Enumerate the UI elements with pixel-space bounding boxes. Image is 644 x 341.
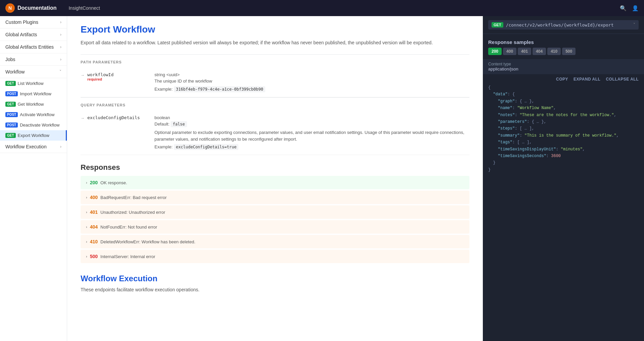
sidebar-item-jobs[interactable]: Jobs › [0,53,67,66]
chevron-right-icon: › [60,45,61,49]
status-tab-410[interactable]: 410 [547,48,561,55]
response-code: 404 [90,224,98,230]
response-text: Unauthorized: Unauthorized error [100,210,165,215]
response-code: 410 [90,239,98,244]
page-description: Export all data related to a workflow. L… [81,39,469,46]
chevron-icon: › [86,225,87,229]
sidebar-item-global-artifacts[interactable]: Global Artifacts › [0,29,67,41]
sidebar-item-label: Workflow Execution [5,144,47,149]
response-row-404[interactable]: › 404 NotFoundErr: Not found error [81,220,469,234]
collapse-all-button[interactable]: COLLAPSE ALL [606,77,639,82]
response-row-410[interactable]: › 410 DeletedWorkflowErr: Workflow has b… [81,235,469,248]
main-content: Export Workflow Export all data related … [67,16,483,341]
method-badge-get: GET [5,133,16,138]
param-example: Example: 316bf4eb-f979-4c4e-a1ce-0bf399c… [154,87,469,92]
query-params-label: QUERY PARAMETERS [81,97,469,110]
param-row-exclude-config: → excludeConfigDetails boolean Default: … [81,110,469,155]
param-row-workflow-id: → workflowId required string <uuid> The … [81,67,469,97]
sidebar-item-label: Jobs [5,57,15,62]
chevron-icon: › [86,240,87,244]
chevron-icon: › [86,254,87,258]
sidebar-item-export-workflow[interactable]: GET Export Workflow [0,130,67,141]
product-link[interactable]: InsightConnect [64,5,104,11]
json-line: "summary": "This is the summary of the w… [488,132,639,139]
response-row-500[interactable]: › 500 InternalServer: Internal error [81,250,469,263]
sidebar-item-label: Get Workflow [18,102,44,107]
response-text: DeletedWorkflowErr: Workflow has been de… [100,239,195,244]
status-tabs: 200 400 401 404 410 500 [483,48,644,59]
example-value: 316bf4eb-f979-4c4e-a1ce-0bf399cb0b90 [174,86,265,92]
sidebar-item-workflow-execution[interactable]: Workflow Execution › [0,141,67,153]
response-row-200[interactable]: › 200 OK response. [81,176,469,189]
chevron-right-icon: › [60,32,61,37]
expand-all-button[interactable]: EXPAND ALL [573,77,600,82]
chevron-icon: › [86,181,87,185]
response-code: 200 [90,180,98,185]
response-text: InternalServer: Internal error [100,254,155,259]
search-icon[interactable]: 🔍 [620,5,627,11]
response-text: BadRequestErr: Bad request error [100,195,167,200]
sidebar-item-deactivate-workflow[interactable]: POST Deactivate Workflow [0,120,67,130]
response-row-400[interactable]: › 400 BadRequestErr: Bad request error [81,191,469,204]
param-description: The unique ID of the workflow [154,78,469,85]
status-tab-200[interactable]: 200 [488,48,502,55]
response-code: 500 [90,254,98,259]
example-label: Example: [154,144,173,149]
json-line: "data": { [488,91,639,98]
sidebar-item-list-workflow[interactable]: GET List Workflow [0,78,67,89]
sidebar-item-label: Export Workflow [18,133,49,138]
responses-title: Responses [81,163,469,172]
page-title: Export Workflow [81,24,469,35]
method-badge-post: POST [5,91,18,96]
copy-button[interactable]: COPY [556,77,568,82]
sidebar-item-import-workflow[interactable]: POST Import Workflow [0,89,67,99]
content-type-label: Content type [488,62,639,66]
response-text: NotFoundErr: Not found error [100,225,157,230]
json-line: "tags": [ … ], [488,139,639,146]
code-actions: COPY EXPAND ALL COLLAPSE ALL [483,74,644,84]
endpoint-url: /connect/v2/workflows/{workflowId}/expor… [506,22,631,28]
content-type-value: application/json [488,66,639,71]
right-panel-header: GET /connect/v2/workflows/{workflowId}/e… [483,16,644,34]
expand-icon[interactable]: ˅ [633,22,635,27]
json-code-block: { "data": { "graph": { … }, "name": "Wor… [483,84,644,179]
param-example: Example: excludeConfigDetails=true [154,144,469,149]
user-icon[interactable]: 👤 [632,5,639,11]
param-required-label: required [87,77,154,81]
workflow-execution-title: Workflow Execution [81,274,469,283]
json-line: "timeSavingsSeconds": 3600 [488,153,639,159]
chevron-down-icon: ˅ [59,69,61,74]
method-badge-post: POST [5,123,18,128]
status-tab-400[interactable]: 400 [503,48,516,55]
sidebar: Custom Plugins › Global Artifacts › Glob… [0,16,67,341]
arrow-icon: → [81,73,85,92]
response-row-401[interactable]: › 401 Unauthorized: Unauthorized error [81,205,469,219]
default-label: Default: [154,121,170,127]
logo-text: Documentation [17,5,56,11]
sidebar-item-custom-plugins[interactable]: Custom Plugins › [0,16,67,29]
json-line: "timeSavingsDisplayUnit": "minutes", [488,146,639,153]
sidebar-item-label: Activate Workflow [20,112,54,117]
method-badge: GET [492,22,503,28]
sidebar-item-get-workflow[interactable]: GET Get Workflow [0,99,67,109]
sidebar-item-global-artifacts-entities[interactable]: Global Artifacts Entities › [0,41,67,53]
status-tab-401[interactable]: 401 [518,48,531,55]
chevron-right-icon: › [60,20,61,25]
chevron-icon: › [86,195,87,199]
sidebar-item-label: Workflow [5,69,25,75]
chevron-icon: › [86,210,87,214]
status-tab-404[interactable]: 404 [533,48,546,55]
param-description: Optional parameter to exclude exporting … [154,129,469,142]
example-label: Example: [154,87,173,92]
logo[interactable]: N Documentation [5,3,56,13]
arrow-icon: → [81,116,85,150]
param-name: workflowId [87,72,154,77]
status-tab-500[interactable]: 500 [562,48,576,55]
param-type: boolean [154,115,469,120]
sidebar-item-activate-workflow[interactable]: POST Activate Workflow [0,109,67,120]
sidebar-item-label: Global Artifacts Entities [5,44,54,50]
json-line: "graph": { … }, [488,98,639,105]
right-panel: GET /connect/v2/workflows/{workflowId}/e… [483,16,644,341]
sidebar-item-workflow[interactable]: Workflow ˅ [0,66,67,78]
default-value: false [171,121,187,127]
